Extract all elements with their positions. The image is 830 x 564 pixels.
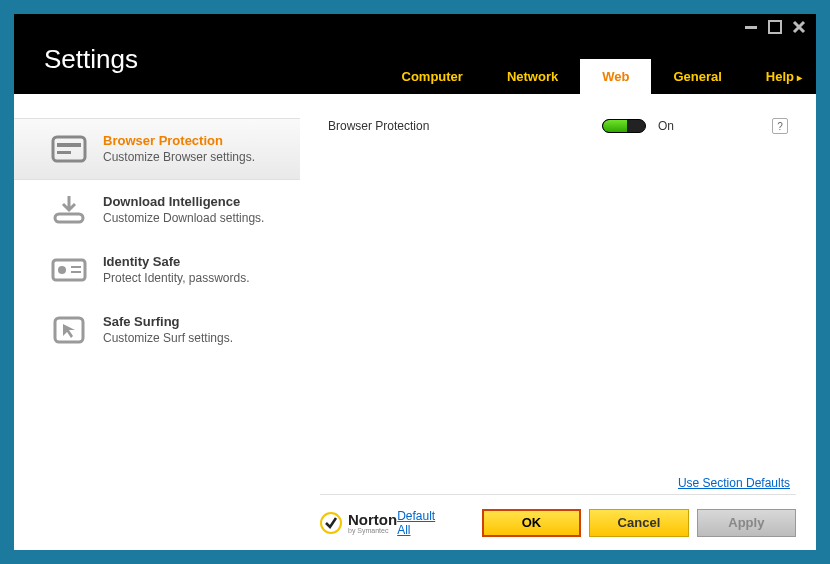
tab-network[interactable]: Network [485, 59, 580, 94]
sidebar-item-desc: Protect Identity, passwords. [103, 271, 250, 285]
titlebar: Settings Computer Network Web General He… [14, 14, 816, 94]
sidebar-item-title: Safe Surfing [103, 314, 233, 329]
sidebar-item-desc: Customize Browser settings. [103, 150, 255, 164]
svg-rect-5 [55, 214, 83, 222]
use-section-defaults-link[interactable]: Use Section Defaults [678, 476, 790, 490]
brand-subtitle: by Symantec [348, 527, 397, 534]
default-all-link[interactable]: Default All [397, 509, 448, 537]
svg-point-7 [58, 266, 66, 274]
ok-button[interactable]: OK [482, 509, 582, 537]
tab-web[interactable]: Web [580, 59, 651, 94]
sidebar-item-title: Download Intelligence [103, 194, 264, 209]
sidebar-item-title: Identity Safe [103, 254, 250, 269]
minimize-icon[interactable] [744, 20, 758, 38]
tab-computer[interactable]: Computer [380, 59, 485, 94]
cursor-icon [49, 314, 89, 346]
setting-label: Browser Protection [328, 119, 602, 133]
svg-rect-8 [71, 266, 81, 268]
sidebar-item-title: Browser Protection [103, 133, 255, 148]
sidebar-item-browser-protection[interactable]: Browser Protection Customize Browser set… [14, 118, 300, 180]
norton-check-icon [320, 512, 342, 534]
window-controls [744, 20, 806, 38]
download-icon [49, 194, 89, 226]
brand-logo: Norton by Symantec [320, 511, 397, 534]
svg-rect-4 [57, 151, 71, 154]
sidebar-item-text: Download Intelligence Customize Download… [103, 194, 264, 225]
sidebar-item-safe-surfing[interactable]: Safe Surfing Customize Surf settings. [14, 300, 300, 360]
svg-rect-0 [745, 26, 757, 29]
apply-button[interactable]: Apply [697, 509, 796, 537]
close-icon[interactable] [792, 20, 806, 38]
tab-bar: Computer Network Web General Help▸ [14, 56, 816, 94]
id-card-icon [49, 254, 89, 286]
svg-rect-6 [53, 260, 85, 280]
sidebar: Browser Protection Customize Browser set… [14, 94, 300, 550]
svg-rect-3 [57, 143, 81, 147]
tab-help-label: Help [766, 69, 794, 84]
sidebar-item-desc: Customize Download settings. [103, 211, 264, 225]
browser-icon [49, 133, 89, 165]
settings-window: Settings Computer Network Web General He… [14, 14, 816, 550]
svg-rect-9 [71, 271, 81, 273]
toggle-state-label: On [658, 119, 674, 133]
sidebar-item-download-intelligence[interactable]: Download Intelligence Customize Download… [14, 180, 300, 240]
sidebar-item-identity-safe[interactable]: Identity Safe Protect Identity, password… [14, 240, 300, 300]
content-panel: Browser Protection On ? Use Section Defa… [300, 94, 816, 550]
chevron-right-icon: ▸ [797, 72, 802, 83]
svg-rect-2 [53, 137, 85, 161]
svg-rect-1 [769, 21, 781, 33]
sidebar-item-desc: Customize Surf settings. [103, 331, 233, 345]
footer: Norton by Symantec Default All OK Cancel… [300, 494, 816, 550]
sidebar-item-text: Browser Protection Customize Browser set… [103, 133, 255, 164]
sidebar-item-text: Identity Safe Protect Identity, password… [103, 254, 250, 285]
toggle-switch[interactable] [602, 119, 646, 133]
sidebar-item-text: Safe Surfing Customize Surf settings. [103, 314, 233, 345]
body-area: Browser Protection Customize Browser set… [14, 94, 816, 550]
cancel-button[interactable]: Cancel [589, 509, 688, 537]
footer-inner: Norton by Symantec Default All OK Cancel… [320, 494, 796, 550]
brand-name: Norton [348, 511, 397, 528]
tab-general[interactable]: General [651, 59, 743, 94]
tab-help[interactable]: Help▸ [744, 59, 816, 94]
setting-row-browser-protection: Browser Protection On ? [324, 108, 792, 144]
maximize-icon[interactable] [768, 20, 782, 38]
help-icon[interactable]: ? [772, 118, 788, 134]
toggle-group: On [602, 119, 772, 133]
